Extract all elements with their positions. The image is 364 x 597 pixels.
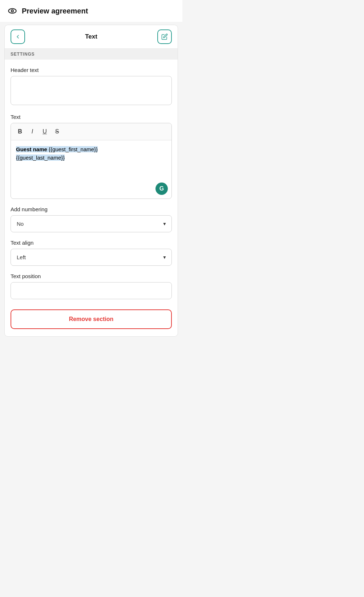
underline-button[interactable]: U <box>39 126 50 137</box>
grammarly-icon[interactable]: G <box>155 183 168 195</box>
settings-section-label: SETTINGS <box>5 49 178 60</box>
text-align-container: Left Center Right ▼ <box>11 249 172 266</box>
text-align-select[interactable]: Left Center Right <box>11 249 172 266</box>
edit-button[interactable] <box>157 29 172 44</box>
add-numbering-container: No Yes ▼ <box>11 215 172 232</box>
page-title: Preview agreement <box>22 7 88 15</box>
header-text-label: Header text <box>11 67 172 73</box>
rich-text-container: B I U S Guest name {{guest_first_name}}{… <box>11 123 172 199</box>
settings-panel: Text SETTINGS Header text Text B I U S <box>4 25 178 337</box>
guest-name-bold: Guest name <box>16 146 49 152</box>
panel-header: Text <box>5 25 178 49</box>
add-numbering-label: Add numbering <box>11 206 172 212</box>
svg-point-0 <box>9 9 16 13</box>
svg-point-1 <box>11 10 13 12</box>
panel-title: Text <box>85 33 97 40</box>
remove-section-button[interactable]: Remove section <box>11 309 172 329</box>
eye-icon <box>7 6 17 16</box>
back-button[interactable] <box>11 29 25 44</box>
strikethrough-button[interactable]: S <box>52 126 62 137</box>
text-content: Guest name {{guest_first_name}}{{guest_l… <box>16 146 98 161</box>
header-text-input[interactable] <box>11 76 172 105</box>
text-align-label: Text align <box>11 240 172 246</box>
add-numbering-select[interactable]: No Yes <box>11 215 172 232</box>
bold-button[interactable]: B <box>15 126 25 137</box>
text-position-input[interactable] <box>11 282 172 299</box>
italic-button[interactable]: I <box>27 126 38 137</box>
rich-text-body[interactable]: Guest name {{guest_first_name}}{{guest_l… <box>11 140 171 199</box>
text-label: Text <box>11 114 172 120</box>
panel-content: Header text Text B I U S Guest name {{gu… <box>5 60 178 336</box>
top-bar: Preview agreement <box>0 0 182 22</box>
rich-text-toolbar: B I U S <box>11 123 171 140</box>
text-position-label: Text position <box>11 273 172 279</box>
